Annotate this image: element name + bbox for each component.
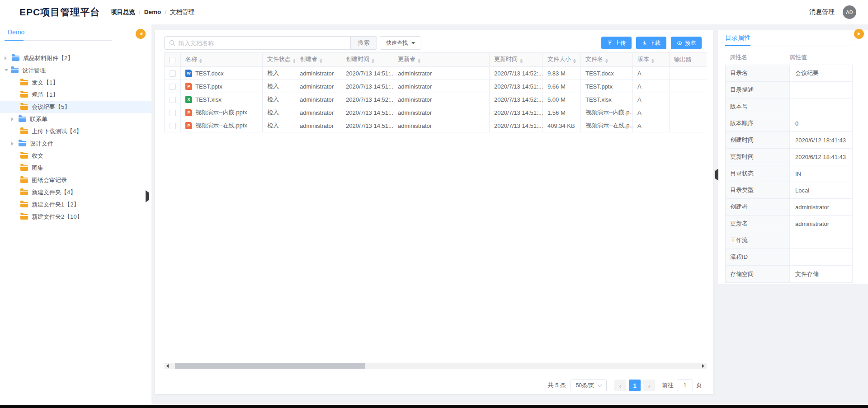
cell-version: A	[633, 119, 670, 132]
table-row[interactable]: XTEST.xlsx检入administrator2020/7/13 14:52…	[165, 93, 707, 106]
message-center-link[interactable]: 消息管理	[809, 8, 835, 16]
row-checkbox[interactable]	[170, 123, 176, 129]
tab-directory-properties[interactable]: 目录属性	[725, 34, 750, 42]
goto-page-input[interactable]	[677, 380, 693, 391]
tree-node[interactable]: 设计文件	[0, 137, 151, 150]
property-row: 工作流	[726, 232, 852, 249]
tree-node[interactable]: 上传下载测试【4】	[0, 125, 151, 137]
tree-node[interactable]: 会议纪要【5】	[0, 101, 151, 113]
table-row[interactable]: PTEST.pptx检入administrator2020/7/13 14:51…	[165, 80, 707, 93]
table-row[interactable]: P视频演示--在线.pptx检入administrator2020/7/13 1…	[165, 119, 707, 132]
tree-node[interactable]: 收文	[0, 150, 151, 162]
tree-node[interactable]: 成品材料附件【2】	[0, 52, 151, 64]
expand-arrow-icon[interactable]	[11, 142, 15, 145]
cell-updated: 2020/7/13 14:51:...	[490, 106, 543, 119]
cell-updater: administrator	[393, 106, 490, 119]
folder-icon	[11, 68, 19, 73]
sort-caret-icon	[605, 57, 608, 65]
cell-creator: administrator	[295, 80, 341, 93]
property-name: 工作流	[726, 232, 790, 249]
property-name: 更新者	[726, 216, 790, 232]
tree-node[interactable]: 新建文件夹【4】	[0, 186, 151, 198]
collapse-properties-button[interactable]	[854, 29, 864, 39]
breadcrumb-project[interactable]: Demo	[144, 9, 161, 15]
preview-button[interactable]: 预览	[671, 37, 702, 49]
tree-node[interactable]: 发文【1】	[0, 76, 151, 89]
file-name-label: 视频演示--在线.pptx	[195, 122, 247, 130]
avatar[interactable]: AD	[843, 5, 856, 19]
breadcrumb-separator: /	[165, 9, 166, 15]
tree-node[interactable]: 设计管理	[0, 64, 151, 76]
expand-arrow-icon[interactable]	[5, 56, 9, 60]
tree-node-label: 联系单	[30, 115, 47, 123]
row-checkbox[interactable]	[170, 110, 176, 116]
tree-node[interactable]: 规范【1】	[0, 89, 151, 101]
horizontal-scrollbar[interactable]	[164, 363, 707, 369]
tree-node[interactable]: 新建文件夹1【2】	[0, 198, 151, 211]
page-size-select[interactable]: 50条/页	[571, 380, 607, 391]
folder-icon	[20, 129, 28, 134]
tree-node[interactable]: 图纸会审记录	[0, 174, 151, 186]
next-page-button[interactable]: ›	[643, 380, 655, 391]
cell-name: PTEST.pptx	[181, 80, 263, 93]
column-header-updater[interactable]: 更新者	[393, 53, 490, 67]
column-header-output[interactable]: 输出路	[670, 53, 707, 67]
sort-asc-icon	[418, 57, 420, 61]
column-header-name[interactable]: 名称	[181, 53, 263, 67]
eye-icon	[677, 40, 683, 46]
collapse-sidebar-button[interactable]	[136, 29, 146, 39]
property-value: 会议纪要	[790, 65, 852, 81]
column-header-creator[interactable]: 创建者	[295, 53, 341, 67]
app-header: EPC项目管理平台 项目总览/Demo/文档管理 消息管理 AD	[0, 0, 868, 24]
column-header-filename[interactable]: 文件名	[581, 53, 633, 67]
tree-node-label: 图集	[32, 164, 43, 172]
column-header-version[interactable]: 版本	[633, 53, 670, 67]
column-header-created[interactable]: 创建时间	[341, 53, 393, 67]
properties-resize-handle[interactable]	[713, 171, 718, 179]
prev-page-button[interactable]: ‹	[614, 380, 626, 391]
search-input[interactable]	[179, 40, 350, 47]
tree-node[interactable]: 新建文件夹2【10】	[0, 211, 151, 223]
table-row[interactable]: P视频演示--内嵌.pptx检入administrator2020/7/13 1…	[165, 106, 707, 119]
property-value: 2020/6/12 18:41:43	[790, 132, 852, 148]
table-row[interactable]: WTEST.docx检入administrator2020/7/13 14:51…	[165, 67, 707, 80]
column-header-status[interactable]: 文件状态	[263, 53, 295, 67]
upload-button[interactable]: 上传	[601, 37, 632, 49]
scrollbar-thumb[interactable]	[175, 363, 365, 369]
cell-name: WTEST.docx	[181, 67, 263, 80]
select-all-checkbox[interactable]	[169, 57, 175, 63]
property-row: 更新时间2020/6/12 18:41:43	[726, 149, 852, 165]
property-value: 0	[790, 115, 852, 131]
folder-icon	[20, 214, 28, 220]
pagination: 共 5 条 50条/页 ‹ 1 › 前往 页	[548, 379, 702, 392]
tree-node[interactable]: 联系单	[0, 113, 151, 125]
column-header-label: 更新者	[398, 56, 415, 62]
column-header-size[interactable]: 文件大小	[543, 53, 581, 67]
current-page-button[interactable]: 1	[629, 380, 641, 391]
cell-created: 2020/7/13 14:52:...	[341, 93, 393, 106]
column-header-updated[interactable]: 更新时间	[490, 53, 543, 67]
column-header-label: 输出路	[674, 56, 692, 63]
row-checkbox[interactable]	[170, 97, 176, 103]
upload-icon	[607, 40, 613, 46]
header-right: 消息管理 AD	[809, 0, 856, 24]
scroll-left-arrow[interactable]	[164, 363, 170, 369]
cell-status: 检入	[263, 67, 295, 80]
expand-arrow-icon[interactable]	[11, 117, 15, 121]
search-button[interactable]: 搜索	[351, 36, 377, 50]
property-name: 更新时间	[726, 149, 790, 165]
quick-find-button[interactable]: 快速查找	[380, 36, 421, 50]
row-checkbox[interactable]	[170, 70, 176, 77]
folder-icon	[12, 56, 19, 61]
tab-project-demo[interactable]: Demo	[8, 28, 24, 36]
scroll-right-arrow[interactable]	[700, 363, 707, 369]
breadcrumb-overview[interactable]: 项目总览	[111, 9, 135, 15]
collapse-arrow-icon[interactable]	[5, 69, 8, 73]
column-header-label: 名称	[185, 56, 197, 62]
download-button[interactable]: 下载	[636, 37, 666, 49]
cell-created: 2020/7/13 14:51:...	[341, 67, 393, 80]
sidebar-resize-handle[interactable]	[146, 192, 151, 201]
row-checkbox[interactable]	[170, 84, 176, 90]
tree-node[interactable]: 图集	[0, 162, 151, 174]
property-row: 目录状态IN	[726, 165, 852, 182]
